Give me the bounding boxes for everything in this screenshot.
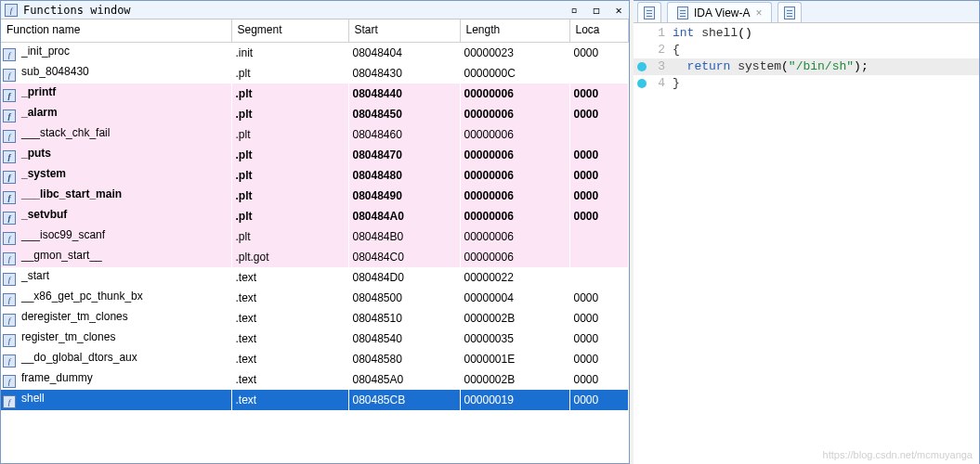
function-icon: f bbox=[3, 48, 16, 61]
function-icon: f bbox=[3, 171, 16, 184]
function-icon: f bbox=[3, 354, 16, 367]
col-segment[interactable]: Segment bbox=[231, 19, 348, 43]
function-icon: f bbox=[3, 375, 16, 388]
table-row[interactable]: f_init_proc.init08048404000000230000 bbox=[1, 43, 629, 64]
table-row[interactable]: f__x86_get_pc_thunk_bx.text0804850000000… bbox=[1, 288, 629, 308]
table-row[interactable]: fshell.text080485CB000000190000 bbox=[1, 390, 629, 410]
function-icon: f bbox=[3, 191, 16, 204]
table-row[interactable]: f_start.text080484D000000022 bbox=[1, 267, 629, 288]
table-row[interactable]: fsub_8048430.plt080484300000000C bbox=[1, 63, 629, 84]
code-text: return system("/bin/sh"); bbox=[671, 58, 979, 75]
tab-ida-view[interactable]: IDA View-A × bbox=[667, 2, 772, 22]
function-icon: f bbox=[3, 69, 16, 82]
functions-list[interactable]: Function name Segment Start Length Loca … bbox=[1, 19, 629, 463]
function-icon: f bbox=[3, 273, 16, 286]
tab-close-icon[interactable]: × bbox=[755, 6, 762, 19]
function-icon: f bbox=[3, 334, 16, 347]
table-row[interactable]: f_system.plt08048480000000060000 bbox=[1, 165, 629, 186]
tab-bar: IDA View-A × bbox=[634, 1, 979, 23]
function-icon: f bbox=[3, 252, 16, 265]
function-icon: f bbox=[3, 110, 16, 122]
function-icon: f bbox=[3, 314, 16, 327]
table-row[interactable]: f___libc_start_main.plt08048490000000060… bbox=[1, 186, 629, 206]
document-icon bbox=[784, 6, 795, 19]
function-icon: f bbox=[5, 4, 18, 17]
table-row[interactable]: f_alarm.plt08048450000000060000 bbox=[1, 104, 629, 124]
code-line[interactable]: 4} bbox=[634, 75, 979, 92]
table-row[interactable]: fframe_dummy.text080485A00000002B0000 bbox=[1, 369, 629, 390]
table-row[interactable]: f__gmon_start__.plt.got080484C000000006 bbox=[1, 247, 629, 267]
document-icon bbox=[644, 6, 655, 19]
col-start[interactable]: Start bbox=[348, 19, 460, 43]
tab-right[interactable] bbox=[777, 2, 802, 22]
watermark: https://blog.csdn.net/mcmuyanga bbox=[823, 449, 973, 460]
functions-titlebar: f Functions window ▫ ◻ ✕ bbox=[1, 1, 629, 19]
table-header-row: Function name Segment Start Length Loca bbox=[1, 19, 629, 43]
col-length[interactable]: Length bbox=[460, 19, 569, 43]
close-icon[interactable]: ✕ bbox=[612, 4, 625, 17]
code-line[interactable]: 1int shell() bbox=[634, 25, 979, 42]
col-function-name[interactable]: Function name bbox=[1, 19, 231, 43]
function-icon: f bbox=[3, 293, 16, 306]
table-row[interactable]: f_puts.plt08048470000000060000 bbox=[1, 145, 629, 165]
function-icon: f bbox=[3, 130, 16, 143]
function-icon: f bbox=[3, 212, 16, 225]
tab-left[interactable] bbox=[637, 2, 661, 22]
code-line[interactable]: 3 return system("/bin/sh"); bbox=[634, 58, 979, 75]
functions-table: Function name Segment Start Length Loca … bbox=[1, 19, 629, 410]
code-line[interactable]: 2{ bbox=[634, 42, 979, 58]
gutter[interactable]: 3 bbox=[634, 58, 671, 75]
functions-window: f Functions window ▫ ◻ ✕ Function name S… bbox=[0, 0, 630, 464]
gutter[interactable]: 2 bbox=[634, 42, 671, 58]
code-pane: IDA View-A × 1int shell()2{3 return syst… bbox=[634, 0, 980, 464]
table-row[interactable]: fderegister_tm_clones.text08048510000000… bbox=[1, 308, 629, 329]
window-title: Functions window bbox=[23, 4, 131, 17]
document-icon bbox=[677, 6, 688, 19]
window-actions: ▫ ◻ ✕ bbox=[568, 4, 625, 17]
table-row[interactable]: f_printf.plt08048440000000060000 bbox=[1, 84, 629, 104]
table-row[interactable]: f_setvbuf.plt080484A0000000060000 bbox=[1, 206, 629, 226]
breakpoint-icon[interactable] bbox=[637, 79, 647, 88]
tab-label: IDA View-A bbox=[694, 6, 750, 19]
table-row[interactable]: f___stack_chk_fail.plt0804846000000006 bbox=[1, 124, 629, 145]
maximize-icon[interactable]: ◻ bbox=[590, 4, 603, 17]
table-row[interactable]: f__do_global_dtors_aux.text0804858000000… bbox=[1, 349, 629, 369]
restore-icon[interactable]: ▫ bbox=[568, 4, 581, 17]
table-row[interactable]: f___isoc99_scanf.plt080484B000000006 bbox=[1, 226, 629, 247]
code-text: } bbox=[671, 75, 979, 92]
function-icon: f bbox=[3, 395, 16, 408]
col-locals[interactable]: Loca bbox=[569, 19, 629, 43]
gutter[interactable]: 1 bbox=[634, 25, 671, 42]
function-icon: f bbox=[3, 89, 16, 102]
table-row[interactable]: fregister_tm_clones.text0804854000000035… bbox=[1, 329, 629, 349]
function-icon: f bbox=[3, 232, 16, 245]
function-icon: f bbox=[3, 150, 16, 163]
breakpoint-icon[interactable] bbox=[637, 62, 647, 71]
gutter[interactable]: 4 bbox=[634, 75, 671, 92]
code-text: { bbox=[671, 42, 979, 58]
code-text: int shell() bbox=[671, 25, 979, 42]
code-area[interactable]: 1int shell()2{3 return system("/bin/sh")… bbox=[634, 23, 979, 464]
